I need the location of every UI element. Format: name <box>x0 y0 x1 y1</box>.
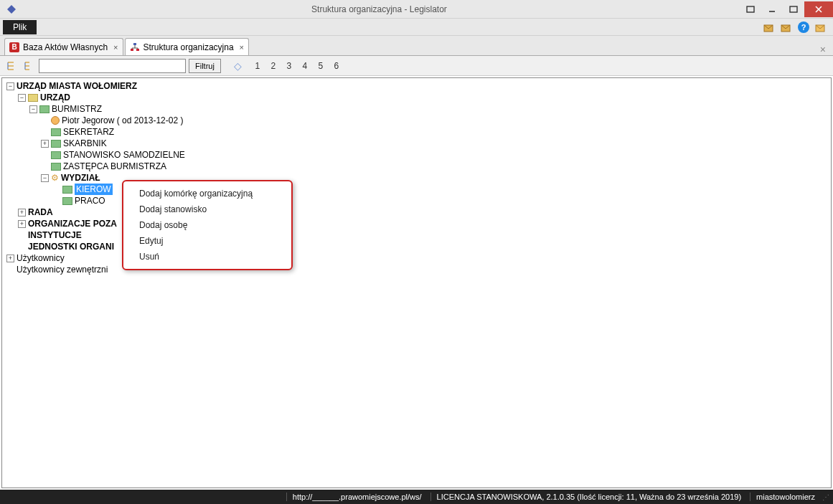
expand-icon[interactable]: + <box>41 140 49 148</box>
folder-icon <box>51 163 61 171</box>
spacer <box>52 197 60 205</box>
level-buttons: 1 2 3 4 5 6 <box>253 61 342 71</box>
spacer <box>18 243 26 251</box>
tree-label: WYDZIAŁ <box>61 172 100 184</box>
app-icon <box>4 2 19 16</box>
spacer <box>41 163 49 171</box>
tab-close-icon[interactable]: × <box>240 43 244 52</box>
tree-label: Użytkownicy zewnętrzni <box>17 264 108 275</box>
ctx-add-unit[interactable]: Dodaj komórkę organizacyjną <box>123 186 291 201</box>
tree-label: ORGANIZACJE POZA <box>28 218 117 229</box>
tree-node-stanowisko[interactable]: STANOWISKO SAMODZIELNE <box>41 149 828 161</box>
tabs-close-all-icon[interactable]: × <box>813 44 833 55</box>
collapse-icon[interactable]: − <box>6 82 14 90</box>
tree-label: STANOWISKO SAMODZIELNE <box>63 149 185 161</box>
spacer <box>41 128 49 136</box>
expand-icon[interactable]: + <box>18 209 26 217</box>
svg-rect-9 <box>133 43 136 45</box>
folder-icon <box>28 94 38 102</box>
expand-tree-button[interactable] <box>4 59 19 73</box>
tab-baza-aktow[interactable]: B Baza Aktów Własnych × <box>4 38 123 55</box>
tab-struktura[interactable]: Struktura organizacyjna × <box>125 38 250 55</box>
level-5[interactable]: 5 <box>316 61 326 71</box>
level-2[interactable]: 2 <box>268 61 278 71</box>
expand-icon[interactable]: + <box>18 220 26 228</box>
tree-label: SKARBNIK <box>63 138 107 149</box>
tree-panel: − URZĄD MIASTA WOŁOMIERZ − URZĄD <box>1 77 832 488</box>
mail-out-icon[interactable] <box>780 21 793 34</box>
collapse-tree-button[interactable] <box>22 59 36 73</box>
folder-icon <box>51 128 61 136</box>
main-area: − URZĄD MIASTA WOŁOMIERZ − URZĄD <box>0 76 833 490</box>
folder-icon <box>51 140 61 148</box>
resize-grip-icon[interactable]: ⋰ <box>822 493 829 501</box>
status-url: http://______.prawomiejscowe.pl/ws/ <box>286 493 422 501</box>
tree-node-sekretarz[interactable]: SEKRETARZ <box>41 126 828 138</box>
svg-rect-3 <box>790 6 797 12</box>
status-bar: http://______.prawomiejscowe.pl/ws/ LICE… <box>0 490 833 504</box>
gear-icon: ⚙ <box>51 172 59 184</box>
window-title: Struktura organizacyjna - Legislator <box>19 4 740 14</box>
tree-node-urzad[interactable]: − URZĄD <box>18 92 828 103</box>
window-minimize-icon[interactable] <box>761 1 783 17</box>
window-maximize-icon[interactable] <box>783 1 804 17</box>
collapse-icon[interactable]: − <box>18 94 26 102</box>
tab-label: Struktura organizacyjna <box>143 42 234 52</box>
tab-close-icon[interactable]: × <box>113 43 118 52</box>
level-4[interactable]: 4 <box>300 61 310 71</box>
tree-node-burmistrz[interactable]: − BURMISTRZ <box>29 103 828 115</box>
toolbar: Filtruj ◇ 1 2 3 4 5 6 <box>0 56 833 76</box>
help-icon[interactable]: ? <box>797 21 810 34</box>
ctx-add-position[interactable]: Dodaj stanowisko <box>123 201 291 217</box>
spacer <box>41 117 49 125</box>
filter-button[interactable]: Filtruj <box>189 59 221 73</box>
status-city: miastowolomierz <box>750 493 815 501</box>
tree-label: PRACO <box>75 195 105 206</box>
svg-rect-1 <box>747 6 754 12</box>
tabs-bar: B Baza Aktów Własnych × Struktura organi… <box>0 36 833 56</box>
context-menu: Dodaj komórkę organizacyjną Dodaj stanow… <box>122 180 293 270</box>
tab-icon-baza: B <box>9 42 19 52</box>
title-bar: Struktura organizacyjna - Legislator <box>0 0 833 19</box>
folder-icon <box>39 105 50 113</box>
tree-label: ZASTĘPCA BURMISTRZA <box>63 161 166 172</box>
spacer <box>52 186 60 194</box>
tree-node-person[interactable]: Piotr Jegorow ( od 2013-12-02 ) <box>41 115 828 126</box>
tab-label: Baza Aktów Własnych <box>23 42 108 52</box>
window-close-icon[interactable] <box>804 1 833 17</box>
collapse-icon[interactable]: − <box>29 105 37 113</box>
window-buttons <box>740 1 833 17</box>
status-license: LICENCJA STANOWISKOWA, 2.1.0.35 (Ilość l… <box>430 493 741 501</box>
level-3[interactable]: 3 <box>284 61 294 71</box>
mail-alert-icon[interactable] <box>814 21 827 34</box>
eraser-icon[interactable]: ◇ <box>231 59 245 73</box>
search-input[interactable] <box>39 59 186 73</box>
spacer <box>6 266 14 274</box>
tree-label: INSTYTUCJE <box>28 229 82 241</box>
tab-icon-struktura <box>130 42 140 52</box>
spacer <box>41 151 49 159</box>
folder-icon <box>62 197 72 205</box>
folder-icon <box>51 151 61 159</box>
collapse-icon[interactable]: − <box>41 174 49 182</box>
ctx-edit[interactable]: Edytuj <box>123 233 291 249</box>
menu-file[interactable]: Plik <box>3 20 37 34</box>
tree-label: URZĄD <box>40 92 70 103</box>
svg-marker-0 <box>7 5 16 14</box>
level-1[interactable]: 1 <box>253 61 263 71</box>
window-restore-icon[interactable] <box>740 1 761 17</box>
expand-icon[interactable]: + <box>6 255 14 262</box>
tree-label: JEDNOSTKI ORGANI <box>28 241 114 252</box>
tree-label: URZĄD MIASTA WOŁOMIERZ <box>17 80 137 92</box>
spacer <box>18 232 26 239</box>
tree-node-zastepca[interactable]: ZASTĘPCA BURMISTRZA <box>41 161 828 172</box>
level-6[interactable]: 6 <box>331 61 342 71</box>
tree-label: Piotr Jegorow ( od 2013-12-02 ) <box>62 115 183 126</box>
mail-in-icon[interactable] <box>763 21 776 34</box>
ctx-delete[interactable]: Usuń <box>123 249 291 265</box>
ctx-add-person[interactable]: Dodaj osobę <box>123 217 291 233</box>
tree-node-skarbnik[interactable]: + SKARBNIK <box>41 138 828 149</box>
person-icon <box>51 116 60 125</box>
folder-icon <box>62 186 72 194</box>
tree-node-root[interactable]: − URZĄD MIASTA WOŁOMIERZ <box>6 80 828 92</box>
